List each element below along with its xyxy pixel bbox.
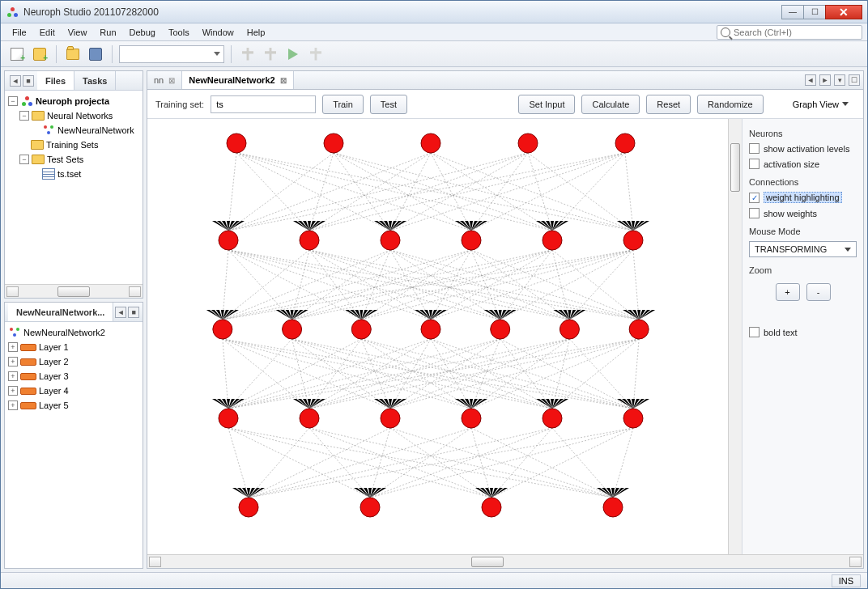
zoom-out-button[interactable]: - — [806, 283, 831, 301]
tab-files[interactable]: Files — [37, 71, 74, 90]
training-set-input[interactable] — [211, 95, 316, 113]
tab-close-icon[interactable]: ⊠ — [168, 76, 175, 85]
opt-weight-highlight[interactable]: weight highlighting — [749, 192, 857, 203]
dropdown-button[interactable]: ▾ — [834, 74, 845, 86]
editor-tab-newnn2[interactable]: NewNeuralNetwork2 ⊠ — [182, 71, 293, 89]
expand-icon[interactable]: + — [8, 357, 18, 367]
zoom-in-button[interactable]: + — [776, 283, 800, 301]
mouse-mode-select[interactable]: TRANSFORMING — [749, 241, 857, 257]
hscrollbar[interactable] — [5, 284, 143, 298]
checkbox[interactable] — [749, 159, 760, 169]
tree-layer[interactable]: +Layer 3 — [8, 369, 139, 383]
tree-nn-folder[interactable]: − Neural Networks — [8, 108, 139, 123]
checkbox[interactable] — [749, 208, 760, 218]
tree-layer[interactable]: +Layer 4 — [8, 383, 139, 398]
tree-test-folder[interactable]: − Test Sets — [8, 152, 139, 167]
svg-line-35 — [228, 250, 569, 320]
scroll-right-button[interactable]: ► — [819, 74, 831, 86]
expand-icon[interactable]: + — [8, 371, 18, 381]
tree-layer[interactable]: +Layer 2 — [8, 354, 139, 369]
test-button[interactable]: Test — [370, 95, 407, 114]
menubar: File Edit View Run Debug Tools Window He… — [1, 23, 867, 41]
tree-project[interactable]: − Neuroph projecta — [8, 94, 139, 108]
opt-show-act-levels[interactable]: show activation levels — [749, 143, 857, 154]
svg-line-44 — [223, 250, 390, 320]
clean-build-button[interactable] — [261, 44, 280, 64]
option-label: show weights — [764, 209, 817, 218]
save-button[interactable] — [86, 44, 105, 64]
expand-icon[interactable]: − — [19, 111, 29, 121]
debug-button[interactable] — [306, 44, 326, 64]
svg-line-34 — [228, 250, 500, 320]
opt-activation-size[interactable]: activation size — [749, 159, 857, 169]
close-button[interactable]: ✕ — [825, 5, 862, 19]
search-box[interactable] — [717, 25, 862, 40]
opt-bold-text[interactable]: bold text — [749, 327, 857, 337]
menu-run[interactable]: Run — [93, 25, 122, 40]
tree-nn-root[interactable]: NewNeuralNetwork2 — [8, 325, 139, 340]
canvas-wrap: Neurons show activation levels activatio… — [147, 119, 863, 554]
expand-icon[interactable]: + — [8, 386, 18, 396]
expand-icon[interactable]: − — [19, 155, 29, 164]
editor-tab-nn[interactable]: nn ⊠ — [147, 71, 182, 89]
search-input[interactable] — [734, 28, 858, 37]
option-label: show activation levels — [764, 144, 849, 154]
scroll-left-button[interactable]: ◄ — [805, 74, 816, 86]
tree-layer[interactable]: +Layer 5 — [8, 398, 139, 413]
inspector-tree[interactable]: NewNeuralNetwork2 +Layer 1+Layer 2+Layer… — [5, 322, 143, 568]
panel-nav-left[interactable]: ◄ — [115, 307, 126, 318]
build-button[interactable] — [238, 44, 257, 64]
train-button[interactable]: Train — [322, 95, 364, 114]
chevron-down-icon — [842, 102, 849, 106]
expand-icon[interactable]: + — [8, 342, 18, 352]
new-project-button[interactable] — [30, 44, 49, 64]
minimize-button[interactable]: — — [781, 5, 804, 19]
tree-test-item[interactable]: ts.tset — [8, 167, 139, 181]
randomize-button[interactable]: Randomize — [697, 95, 764, 114]
files-panel-header: ◄ ■ Files Tasks — [5, 71, 143, 91]
checkbox[interactable] — [749, 143, 760, 154]
open-button[interactable] — [63, 44, 83, 64]
tree-nn-item[interactable]: NewNeuralNetwork — [8, 123, 139, 138]
maximize-button[interactable]: ☐ — [803, 5, 826, 19]
panel-nav-left[interactable]: ◄ — [10, 75, 21, 87]
new-file-button[interactable] — [7, 44, 27, 64]
menu-window[interactable]: Window — [196, 25, 240, 40]
hammer-icon — [242, 48, 253, 61]
opt-show-weights[interactable]: show weights — [749, 208, 857, 218]
expand-icon[interactable]: + — [8, 400, 18, 410]
panel-nav-right[interactable]: ■ — [128, 307, 139, 318]
view-mode-combo[interactable]: Graph View — [786, 100, 855, 109]
tree-layer[interactable]: +Layer 1 — [8, 340, 139, 354]
run-button[interactable] — [283, 44, 303, 64]
menu-tools[interactable]: Tools — [162, 25, 196, 40]
menu-edit[interactable]: Edit — [33, 25, 62, 40]
svg-line-71 — [633, 250, 639, 320]
project-tree[interactable]: − Neuroph projecta − Neural Networks New… — [5, 91, 143, 284]
menu-view[interactable]: View — [62, 25, 94, 40]
svg-line-59 — [292, 250, 552, 320]
maximize-editor-button[interactable]: ☐ — [849, 74, 860, 86]
expand-icon[interactable]: − — [8, 96, 18, 106]
svg-line-134 — [249, 428, 633, 498]
network-canvas[interactable] — [147, 119, 728, 554]
canvas-hscrollbar[interactable] — [147, 554, 863, 568]
set-input-button[interactable]: Set Input — [518, 95, 575, 114]
checkbox[interactable] — [749, 193, 760, 203]
svg-line-131 — [370, 428, 552, 498]
menu-file[interactable]: File — [6, 25, 33, 40]
calculate-button[interactable]: Calculate — [581, 95, 640, 114]
svg-line-68 — [431, 250, 633, 320]
panel-nav-right[interactable]: ■ — [23, 75, 34, 87]
config-combo[interactable] — [119, 45, 224, 63]
tab-tasks[interactable]: Tasks — [74, 71, 116, 90]
svg-line-67 — [361, 250, 633, 320]
tree-ts-folder[interactable]: Training Sets — [8, 138, 139, 152]
checkbox[interactable] — [749, 327, 760, 337]
reset-button[interactable]: Reset — [646, 95, 691, 114]
vscrollbar[interactable] — [728, 119, 742, 554]
tab-close-icon[interactable]: ⊠ — [280, 76, 287, 85]
menu-help[interactable]: Help — [240, 25, 272, 40]
svg-marker-225 — [637, 310, 640, 320]
menu-debug[interactable]: Debug — [123, 25, 162, 40]
